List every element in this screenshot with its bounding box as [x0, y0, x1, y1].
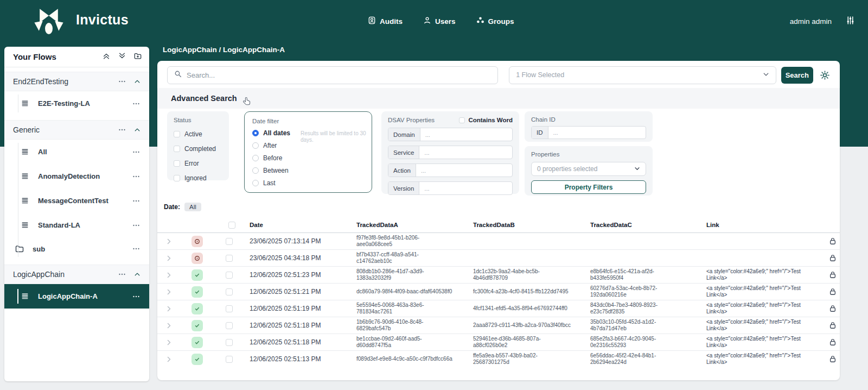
status-option-completed[interactable]: Completed: [174, 145, 222, 153]
row-expand-icon[interactable]: [165, 238, 173, 245]
sidebar-item-logicappchain-a[interactable]: LogicAppChain-A: [4, 284, 149, 309]
lock-icon[interactable]: [829, 338, 837, 346]
sidebar-item-all[interactable]: All: [4, 140, 149, 164]
properties-select[interactable]: 0 properties selected: [531, 162, 646, 176]
item-menu-icon[interactable]: [132, 148, 141, 156]
nav-item-audits[interactable]: Audits: [368, 16, 403, 26]
status-panel-title: Status: [174, 117, 222, 123]
sidebar-item-messagecontenttest[interactable]: MessageContentTest: [4, 188, 149, 213]
row-expand-icon[interactable]: [165, 288, 173, 295]
property-filters-button[interactable]: Property Filters: [531, 180, 646, 194]
date-option-last[interactable]: Last: [252, 179, 364, 187]
group-collapse-icon[interactable]: [134, 271, 141, 278]
flow-icon: [21, 197, 29, 205]
row-expand-icon[interactable]: [165, 305, 173, 312]
row-expand-icon[interactable]: [165, 255, 173, 262]
row-checkbox[interactable]: [226, 322, 233, 329]
sidebar-group-generic[interactable]: Generic: [4, 120, 149, 140]
group-menu-icon[interactable]: [118, 125, 126, 134]
cell-date: 12/06/2025 02:51:13 PM: [244, 354, 351, 364]
sidebar-group-logicappchain[interactable]: LogicAppChain: [4, 265, 149, 284]
cell-trackeddatab: 529461ee-d36b-4685-807a-a88cf026b0e2: [468, 334, 585, 350]
date-option-before[interactable]: Before: [252, 154, 364, 162]
nav-item-groups[interactable]: Groups: [476, 16, 514, 26]
group-collapse-icon[interactable]: [134, 78, 141, 85]
cell-date: 23/06/2025 04:34:18 PM: [244, 253, 351, 263]
date-option-between[interactable]: Between: [252, 167, 364, 174]
dsav-field-version[interactable]: Version...: [388, 181, 513, 195]
row-checkbox[interactable]: [226, 272, 233, 279]
item-label: LogicAppChain-A: [38, 292, 132, 300]
item-menu-icon[interactable]: [132, 197, 141, 205]
lock-icon[interactable]: [829, 288, 837, 295]
row-checkbox[interactable]: [226, 238, 233, 245]
add-folder-icon[interactable]: [134, 52, 142, 62]
lock-icon[interactable]: [829, 305, 837, 312]
lock-icon[interactable]: [829, 237, 837, 245]
lock-icon[interactable]: [829, 322, 837, 329]
chain-id-field[interactable]: ID ...: [531, 126, 646, 139]
cell-date: 23/06/2025 07:13:14 PM: [244, 236, 351, 246]
lock-icon[interactable]: [829, 254, 837, 262]
settings-gear-icon[interactable]: [820, 70, 830, 80]
row-checkbox[interactable]: [226, 255, 233, 262]
sidebar-item-anomalydetection[interactable]: AnomalyDetection: [4, 164, 149, 188]
row-expand-icon[interactable]: [165, 272, 173, 279]
search-button[interactable]: Search: [781, 67, 813, 84]
field-placeholder: ...: [419, 182, 512, 194]
item-menu-icon[interactable]: [132, 172, 141, 181]
row-checkbox[interactable]: [226, 356, 233, 363]
preferences-sliders-icon[interactable]: [846, 16, 855, 27]
search-input[interactable]: [167, 66, 498, 84]
row-checkbox[interactable]: [226, 305, 233, 312]
collapse-all-icon[interactable]: [103, 52, 110, 62]
dsav-field-action[interactable]: Action...: [388, 163, 513, 177]
item-menu-icon[interactable]: [132, 99, 141, 108]
audit-icon: [368, 16, 376, 26]
search-input-field[interactable]: [187, 71, 491, 79]
expand-all-icon[interactable]: [118, 52, 126, 62]
row-checkbox[interactable]: [226, 339, 233, 346]
row-expand-icon[interactable]: [165, 339, 173, 346]
status-option-ignored[interactable]: Ignored: [174, 174, 222, 182]
status-option-error[interactable]: Error: [174, 160, 222, 167]
sidebar-item-standard-la[interactable]: Standard-LA: [4, 213, 149, 237]
cell-trackeddataa: be1ccbae-09d2-460f-aad5-d60dd8747f5a: [351, 334, 468, 350]
item-menu-icon[interactable]: [132, 292, 141, 301]
checkbox-icon: [174, 160, 180, 167]
cell-date: 12/06/2025 02:51:21 PM: [244, 287, 351, 297]
flow-select-dropdown[interactable]: 1 Flow Selected: [509, 66, 776, 84]
nav-item-label: Groups: [488, 17, 514, 26]
cell-date: 12/06/2025 02:51:18 PM: [244, 337, 351, 347]
date-filter-label: Date:: [164, 203, 180, 211]
select-all-checkbox[interactable]: [228, 222, 235, 229]
dsav-field-domain[interactable]: Domain...: [388, 128, 513, 141]
chevron-down-icon: [634, 164, 640, 174]
group-menu-icon[interactable]: [118, 270, 126, 279]
col-header-date: Date: [244, 222, 351, 228]
cell-date: 12/06/2025 02:51:23 PM: [244, 270, 351, 280]
radio-icon: [252, 130, 259, 136]
contains-word-checkbox[interactable]: Contains Word: [459, 117, 513, 123]
success-status-icon: [192, 286, 203, 298]
sidebar-group-end2endtesting[interactable]: End2EndTesting: [4, 72, 149, 91]
item-menu-icon[interactable]: [132, 221, 141, 230]
lock-icon[interactable]: [829, 355, 837, 363]
cell-link: <a style="color:#42a6e9;" href="/">Test …: [701, 300, 826, 317]
item-menu-icon[interactable]: [132, 244, 141, 253]
advanced-search-toggle[interactable]: Advanced Search: [157, 88, 840, 109]
lock-icon[interactable]: [829, 271, 837, 279]
group-menu-icon[interactable]: [118, 77, 126, 86]
dsav-field-service[interactable]: Service...: [388, 146, 513, 159]
status-option-active[interactable]: Active: [174, 130, 222, 138]
row-expand-icon[interactable]: [165, 322, 173, 329]
group-collapse-icon[interactable]: [134, 127, 141, 133]
sidebar-item-sub[interactable]: sub: [4, 237, 149, 260]
date-filter-chip[interactable]: All: [184, 203, 201, 211]
sidebar-item-e2e-testing-la[interactable]: E2E-Testing-LA: [4, 91, 149, 116]
field-label: Domain: [388, 128, 420, 141]
row-checkbox[interactable]: [226, 288, 233, 295]
row-expand-icon[interactable]: [165, 356, 173, 363]
main-content-card: 1 Flow Selected Search Advanced Search S…: [157, 61, 840, 380]
nav-item-users[interactable]: Users: [423, 16, 456, 26]
